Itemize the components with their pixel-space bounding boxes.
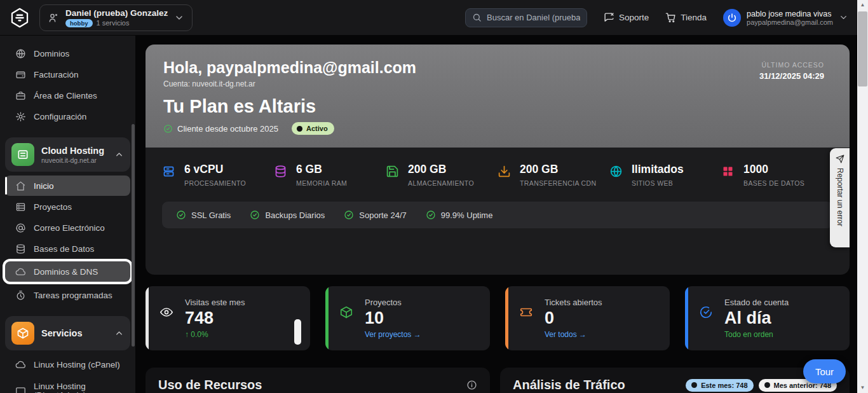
- report-error-tab[interactable]: Reportar un error: [830, 148, 850, 247]
- arrow-right-icon: →: [579, 330, 587, 339]
- services-section-title: Servicios: [41, 328, 83, 338]
- scroll-up-arrow-icon[interactable]: ▲: [860, 2, 865, 8]
- sidebar-item-dominios[interactable]: Dominios: [5, 43, 130, 64]
- cart-icon: [665, 12, 676, 23]
- monitor-icon: [15, 386, 26, 393]
- card-label: Tickets abiertos: [545, 298, 602, 307]
- store-label: Tienda: [681, 13, 707, 22]
- feature-soporte: Soporte 24/7: [344, 210, 406, 220]
- stat-almacenamiento: 200 GB ALMACENAMIENTO: [386, 163, 498, 187]
- sidebar-item-area-clientes[interactable]: Área de Clientes: [5, 85, 130, 106]
- scroll-down-arrow-icon[interactable]: ▼: [860, 385, 865, 391]
- stat-transferencia: 200 GB TRANSFERENCIA CDN: [498, 163, 609, 187]
- store-button[interactable]: Tienda: [665, 12, 707, 23]
- grid-icon: [721, 165, 735, 178]
- plan-badge: hobby: [65, 19, 93, 27]
- globe-icon: [609, 165, 623, 178]
- sidebar-section-servicios[interactable]: Servicios: [5, 316, 130, 350]
- main-content: Hola, paypalpmedina@gmail.com Cuenta: nu…: [135, 36, 857, 393]
- cloud-icon: [15, 359, 26, 370]
- ticket-icon: [519, 305, 533, 350]
- report-error-label: Reportar un error: [836, 168, 844, 226]
- card-proyectos: Proyectos 10 Ver proyectos →: [325, 286, 490, 350]
- sidebar-item-proyectos[interactable]: Proyectos: [5, 197, 130, 217]
- check-circle-icon: [250, 210, 260, 220]
- arrow-right-icon: →: [414, 330, 421, 339]
- feature-uptime: 99.9% Uptime: [426, 210, 493, 220]
- sidebar-item-configuracion[interactable]: Configuración: [5, 106, 130, 127]
- wallet-icon: [15, 69, 26, 80]
- sidebar-item-label: Correo Electrónico: [34, 223, 105, 233]
- sidebar-section-cloud-hosting[interactable]: Cloud Hosting nuveoit.it-dg.net.ar: [5, 137, 130, 172]
- sidebar-item-dominios-dns[interactable]: Dominios & DNS: [5, 261, 130, 282]
- sidebar-item-label: Proyectos: [34, 202, 72, 212]
- search-input[interactable]: [487, 13, 580, 22]
- sidebar-item-label: Linux Hosting (cPanel): [34, 360, 120, 369]
- account-menu[interactable]: pablo jose medina vivas paypalpmedina@gm…: [723, 9, 848, 27]
- metric-cards-row: Visitas este mes 748 ↑ 0.0% Proyectos 10…: [146, 286, 850, 350]
- page-scrollbar[interactable]: ▲ ▼: [857, 0, 868, 393]
- user-name: pablo jose medina vivas: [747, 10, 833, 18]
- resources-section: Uso de Recursos: [146, 368, 490, 393]
- support-chat-icon: [604, 12, 614, 23]
- last-access-value: 31/12/2025 04:29: [759, 71, 824, 81]
- ver-todos-link[interactable]: Ver todos →: [545, 330, 602, 339]
- stat-procesamiento: 6 vCPU PROCESAMIENTO: [162, 163, 274, 187]
- card-value: 0: [545, 308, 602, 328]
- services-cube-icon: [11, 322, 34, 345]
- memory-icon: [274, 165, 287, 178]
- plan-stats-row: 6 vCPU PROCESAMIENTO 6 GB MEMORIA RAM: [146, 148, 850, 187]
- arrow-up-icon: ↑: [185, 330, 189, 339]
- sidebar-item-facturacion[interactable]: Facturación: [5, 64, 130, 85]
- scrollbar-thumb[interactable]: [858, 11, 867, 86]
- sidebar-item-correo[interactable]: Correo Electrónico: [5, 217, 130, 238]
- sidebar-item-bases-datos[interactable]: Bases de Datos: [5, 238, 130, 259]
- stopwatch-icon: [15, 290, 26, 301]
- sidebar-scrollbar[interactable]: [132, 124, 135, 347]
- sidebar-item-inicio[interactable]: Inicio: [5, 176, 130, 196]
- card-label: Proyectos: [365, 298, 421, 307]
- sidebar-item-label: Dominios: [34, 49, 69, 59]
- sidebar-item-label: Inicio: [34, 181, 54, 191]
- stat-memoria: 6 GB MEMORIA RAM: [274, 163, 386, 187]
- ver-proyectos-link[interactable]: Ver proyectos →: [365, 330, 421, 339]
- plan-title: Tu Plan es Altaris: [163, 96, 827, 117]
- briefcase-icon: [15, 90, 26, 101]
- check-circle-icon: [176, 210, 186, 220]
- cloud-hosting-icon: [11, 143, 34, 166]
- client-since: Cliente desde octubre 2025: [163, 124, 278, 134]
- sidebar-item-label: Tareas programadas: [34, 291, 112, 300]
- check-circle-icon: [344, 210, 354, 220]
- account-line: Cuenta: nuveoit.it-dg.net.ar: [163, 79, 827, 88]
- org-switcher[interactable]: Daniel (prueba) Gonzalez hobby 1 servici…: [39, 4, 193, 31]
- greeting-heading: Hola, paypalpmedina@gmail.com: [163, 59, 827, 77]
- card-estado-cuenta: Estado de cuenta Al día Todo en orden: [685, 286, 850, 350]
- sidebar-item-tareas[interactable]: Tareas programadas: [5, 285, 130, 305]
- support-label: Soporte: [619, 13, 649, 22]
- last-access-label: ÚLTIMO ACCESO: [759, 61, 824, 69]
- storage-icon: [386, 165, 399, 178]
- sidebar-item-label: Dominios & DNS: [34, 267, 98, 277]
- card-value: Al día: [724, 308, 789, 328]
- org-name: Daniel (prueba) Gonzalez: [65, 8, 168, 18]
- info-icon[interactable]: [466, 380, 477, 390]
- sidebar-item-linux-directadmin[interactable]: Linux Hosting (DirectAdmin): [5, 378, 130, 393]
- card-tickets: Tickets abiertos 0 Ver todos →: [505, 286, 670, 350]
- at-sign-icon: [15, 223, 26, 233]
- cloud-section-title: Cloud Hosting: [41, 146, 104, 156]
- sidebar-item-label: Bases de Datos: [34, 244, 94, 254]
- sparkline-bar: [294, 319, 301, 345]
- card-trend: ↑ 0.0%: [185, 330, 245, 339]
- download-icon: [498, 165, 511, 178]
- chevron-down-icon: [839, 13, 848, 22]
- sidebar-item-linux-cpanel[interactable]: Linux Hosting (cPanel): [5, 354, 130, 375]
- tour-button[interactable]: Tour: [803, 359, 846, 383]
- support-button[interactable]: Soporte: [604, 12, 649, 23]
- org-services-count: 1 servicios: [97, 19, 130, 27]
- cpu-icon: [162, 165, 175, 178]
- app-logo-icon[interactable]: [9, 7, 31, 29]
- cloud-section-subtitle: nuveoit.it-dg.net.ar: [41, 156, 104, 164]
- traffic-title: Análisis de Tráfico: [513, 378, 625, 392]
- badge-este-mes: Este mes: 748: [686, 379, 753, 392]
- traffic-section: Análisis de Tráfico Este mes: 748 Mes an…: [500, 368, 850, 393]
